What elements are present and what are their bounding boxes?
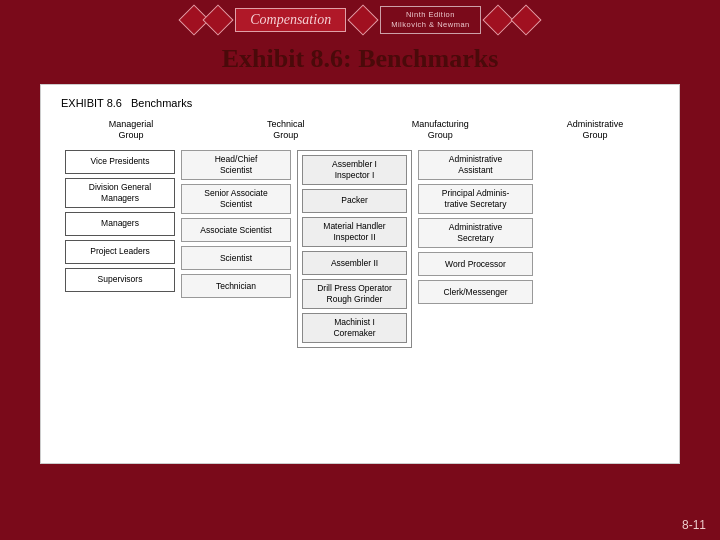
slide-title: Exhibit 8.6: Benchmarks <box>0 44 720 74</box>
job-clerk-messenger: Clerk/Messenger <box>418 280 533 304</box>
job-packer: Packer <box>302 189 407 213</box>
job-principal-admin-secretary: Principal Adminis-trative Secretary <box>418 184 533 214</box>
group-header-managerial: ManagerialGroup <box>81 119 181 142</box>
groups-header-row: ManagerialGroup TechnicalGroup Manufactu… <box>55 119 665 142</box>
diamond-icon-4 <box>482 4 513 35</box>
job-drill-press: Drill Press OperatorRough Grinder <box>302 279 407 309</box>
exhibit-label: EXHIBIT 8.6 Benchmarks <box>55 97 665 109</box>
job-word-processor: Word Processor <box>418 252 533 276</box>
job-assembler-inspector-1: Assembler IInspector I <box>302 155 407 185</box>
job-administrative-assistant: AdministrativeAssistant <box>418 150 533 180</box>
job-vice-presidents: Vice Presidents <box>65 150 175 174</box>
job-associate-scientist: Associate Scientist <box>181 218 291 242</box>
header-logo-text: Compensation <box>250 12 331 27</box>
group-header-administrative: AdministrativeGroup <box>545 119 645 142</box>
exhibit-subtitle: Benchmarks <box>131 97 192 109</box>
job-technician: Technician <box>181 274 291 298</box>
technical-column: Head/ChiefScientist Senior AssociateScie… <box>181 150 291 348</box>
header-logo: Compensation <box>235 8 346 32</box>
job-project-leaders: Project Leaders <box>65 240 175 264</box>
job-supervisors: Supervisors <box>65 268 175 292</box>
diamond-icon-3 <box>348 4 379 35</box>
manufacturing-wrapper: Assembler IInspector I Packer Material H… <box>297 150 412 348</box>
edition-line2: Milkovich & Newman <box>391 20 470 30</box>
benchmark-chart: Vice Presidents Division GeneralManagers… <box>55 150 665 348</box>
slide-header: Compensation Ninth Edition Milkovich & N… <box>0 0 720 36</box>
header-diamonds-left <box>183 9 229 31</box>
page-number: 8-11 <box>682 518 706 532</box>
edition-line1: Ninth Edition <box>391 10 470 20</box>
job-scientist: Scientist <box>181 246 291 270</box>
group-header-technical: TechnicalGroup <box>236 119 336 142</box>
manufacturing-column: Assembler IInspector I Packer Material H… <box>297 150 412 348</box>
diamond-icon-5 <box>510 4 541 35</box>
header-edition: Ninth Edition Milkovich & Newman <box>380 6 481 34</box>
diamond-icon-2 <box>203 4 234 35</box>
job-administrative-secretary: AdministrativeSecretary <box>418 218 533 248</box>
exhibit-number: EXHIBIT 8.6 <box>61 97 122 109</box>
administrative-column: AdministrativeAssistant Principal Admini… <box>418 150 533 348</box>
managerial-column: Vice Presidents Division GeneralManagers… <box>65 150 175 348</box>
group-header-manufacturing: ManufacturingGroup <box>390 119 490 142</box>
job-machinist: Machinist ICoremaker <box>302 313 407 343</box>
job-material-handler: Material HandlerInspector II <box>302 217 407 247</box>
exhibit-content-box: EXHIBIT 8.6 Benchmarks ManagerialGroup T… <box>40 84 680 464</box>
job-managers: Managers <box>65 212 175 236</box>
job-senior-associate-scientist: Senior AssociateScientist <box>181 184 291 214</box>
job-head-chief-scientist: Head/ChiefScientist <box>181 150 291 180</box>
job-assembler-2: Assembler II <box>302 251 407 275</box>
job-division-general-managers: Division GeneralManagers <box>65 178 175 208</box>
